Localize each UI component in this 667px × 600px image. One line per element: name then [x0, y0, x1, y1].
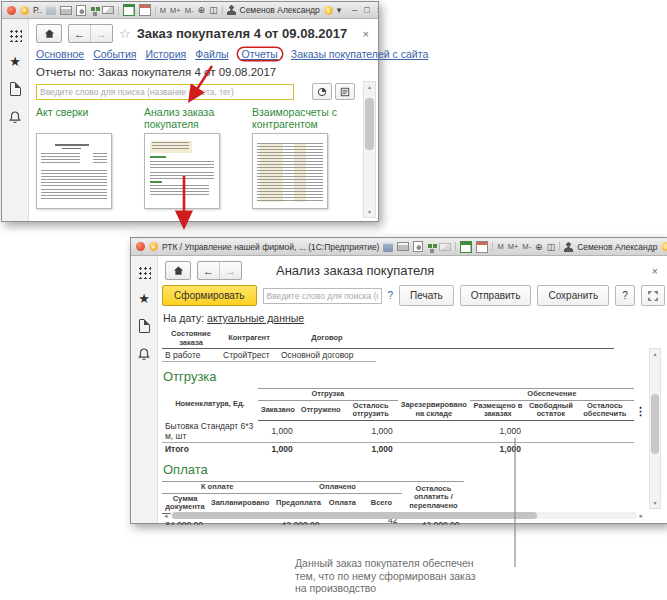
minimize-button[interactable]: –: [352, 5, 357, 15]
current-user[interactable]: Семенов Александр: [577, 242, 657, 252]
history-icon[interactable]: [139, 319, 150, 333]
scroll-up-icon[interactable]: ▴: [650, 350, 660, 358]
menu-grid-icon[interactable]: [9, 29, 22, 42]
column-menu-dots-icon[interactable]: ⋮: [635, 406, 646, 416]
annotation-text: Данный заказ покупателя обеспечен тем, ч…: [295, 557, 480, 595]
cell: [526, 443, 576, 456]
search-help-link[interactable]: ?: [388, 290, 394, 301]
window1-sidebar: ★: [2, 19, 29, 221]
home-button[interactable]: [36, 24, 62, 43]
calculator-icon[interactable]: [123, 4, 135, 16]
report-thumbnail-analiz-zakaza[interactable]: [144, 133, 220, 209]
report-thumbnail-vzaimoraschety[interactable]: [252, 133, 328, 209]
window1-navrow: ← → ☆ Заказ покупателя 4 от 09.08.2017 ×: [29, 19, 378, 45]
scroll-down-icon[interactable]: ▾: [364, 208, 375, 216]
split-view-icon[interactable]: ◫: [547, 242, 556, 252]
calculator-icon[interactable]: [460, 241, 472, 253]
report-link[interactable]: Анализ заказа покупателя: [144, 106, 245, 130]
split-view-icon[interactable]: ◫: [209, 5, 218, 15]
report-link[interactable]: Взаиморасчеты с контрагентом: [252, 106, 353, 130]
chevron-down-icon[interactable]: ▾: [337, 5, 342, 15]
cell: [298, 420, 344, 443]
page-close-icon[interactable]: ×: [652, 265, 660, 277]
favorites-star-icon[interactable]: ★: [138, 293, 150, 305]
mail-icon[interactable]: [439, 243, 451, 251]
print-icon[interactable]: [60, 6, 72, 15]
home-button[interactable]: [165, 261, 191, 280]
memory-m-button[interactable]: М: [160, 6, 166, 15]
divider: [559, 242, 560, 251]
memory-mplus-button[interactable]: М+: [508, 242, 519, 251]
date-value-link[interactable]: актуальные данные: [207, 312, 304, 324]
favorite-toggle-icon[interactable]: ☆: [119, 26, 131, 41]
app-icon[interactable]: [136, 242, 145, 251]
chart-view-button[interactable]: [312, 83, 332, 100]
menu-grid-icon[interactable]: [138, 266, 151, 279]
divider: [492, 242, 493, 251]
zoom-icon[interactable]: ⊕: [535, 242, 543, 252]
report-thumbnail-akt-sverki[interactable]: [36, 133, 112, 209]
report-search-input[interactable]: [36, 84, 294, 100]
back-button[interactable]: ←: [198, 262, 219, 279]
generate-button[interactable]: Сформировать: [162, 285, 257, 306]
report-horizontal-scrollbar[interactable]: ◂ ▸: [164, 511, 643, 520]
history-icon[interactable]: [10, 82, 21, 96]
goods-search-input[interactable]: [263, 288, 382, 304]
org-structure-icon[interactable]: [91, 7, 95, 11]
list-view-button[interactable]: [335, 83, 355, 100]
current-user[interactable]: Семенов Александр: [240, 5, 320, 15]
scroll-right-icon[interactable]: ▸: [639, 512, 643, 520]
org-structure-icon[interactable]: [428, 244, 432, 248]
memory-mminus-button[interactable]: М-: [522, 242, 531, 251]
zoom-icon[interactable]: ⊕: [197, 5, 205, 15]
close-button[interactable]: ×: [377, 5, 378, 15]
memory-mminus-button[interactable]: М-: [185, 6, 194, 15]
scrollbar-thumb[interactable]: [172, 512, 537, 519]
mail-icon[interactable]: [102, 6, 114, 14]
print-preview-icon[interactable]: [413, 241, 423, 252]
notifications-bell-icon[interactable]: [137, 347, 151, 362]
memory-mplus-button[interactable]: М+: [170, 6, 181, 15]
forward-button[interactable]: →: [219, 262, 241, 279]
app-icon[interactable]: [7, 6, 16, 15]
calendar-icon[interactable]: [476, 241, 488, 253]
print-button[interactable]: Печать: [399, 285, 454, 306]
app-menu-icon[interactable]: ▾: [20, 6, 29, 15]
save-icon[interactable]: [383, 242, 393, 252]
maximize-button[interactable]: □: [364, 5, 369, 15]
window1-vertical-scrollbar[interactable]: ▴ ▾: [363, 81, 376, 218]
fullscreen-button[interactable]: [641, 285, 665, 306]
back-button[interactable]: ←: [69, 25, 90, 42]
info-icon[interactable]: i: [324, 6, 333, 15]
scroll-left-icon[interactable]: ◂: [164, 512, 168, 520]
tab-fayly[interactable]: Файлы: [195, 48, 228, 60]
report-vertical-scrollbar[interactable]: ▴ ▾: [649, 348, 661, 509]
tab-osnovnoe[interactable]: Основное: [36, 48, 84, 60]
save-icon[interactable]: [46, 5, 56, 15]
info-icon[interactable]: i: [661, 242, 667, 251]
help-button[interactable]: ?: [615, 285, 635, 306]
favorites-star-icon[interactable]: ★: [9, 56, 21, 68]
scrollbar-thumb[interactable]: [365, 98, 374, 150]
calendar-icon[interactable]: [139, 4, 151, 16]
save-button[interactable]: Сохранить: [537, 285, 609, 306]
send-button[interactable]: Отправить: [460, 285, 532, 306]
print-preview-icon[interactable]: [76, 5, 86, 16]
print-icon[interactable]: [397, 242, 409, 251]
forward-button[interactable]: →: [90, 25, 112, 42]
scroll-up-icon[interactable]: ▴: [364, 83, 375, 91]
notifications-bell-icon[interactable]: [8, 110, 22, 125]
customer-order-window: ▾ Р.. М М+ М- ⊕ ◫ Семенов Александр i ▾ …: [1, 1, 379, 222]
report-link[interactable]: Акт сверки: [36, 106, 137, 130]
memory-m-button[interactable]: М: [497, 242, 503, 251]
app-menu-icon[interactable]: ▾: [149, 242, 158, 251]
tab-istoriya[interactable]: История: [145, 48, 186, 60]
report-body: На дату: актуальные данные Состояние зак…: [158, 310, 667, 525]
scrollbar-track[interactable]: [170, 512, 638, 519]
page-close-icon[interactable]: ×: [363, 28, 371, 40]
tab-zakazy-s-sayta[interactable]: Заказы покупателей с сайта: [291, 48, 428, 60]
tab-sobytiya[interactable]: События: [93, 48, 136, 60]
tab-otchety[interactable]: Отчеты: [238, 48, 282, 60]
scroll-down-icon[interactable]: ▾: [650, 499, 660, 507]
scrollbar-thumb[interactable]: [651, 394, 659, 454]
